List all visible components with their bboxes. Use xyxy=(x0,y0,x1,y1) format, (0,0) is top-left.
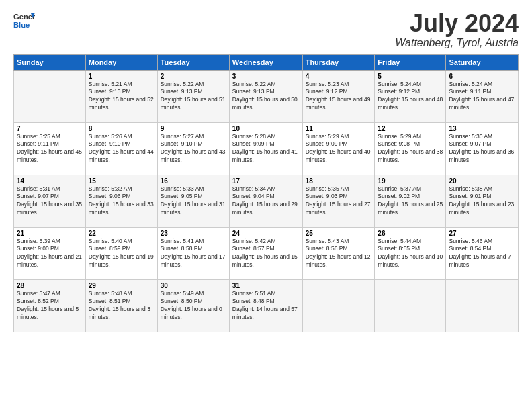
day-info: Sunrise: 5:43 AM Sunset: 8:56 PM Dayligh… xyxy=(306,238,372,270)
table-row: 11 Sunrise: 5:29 AM Sunset: 9:09 PM Dayl… xyxy=(302,122,375,175)
table-row: 9 Sunrise: 5:27 AM Sunset: 9:10 PM Dayli… xyxy=(157,122,229,175)
sunrise-text: Sunrise: 5:26 AM xyxy=(89,133,132,140)
day-info: Sunrise: 5:51 AM Sunset: 8:48 PM Dayligh… xyxy=(232,290,300,322)
day-info: Sunrise: 5:31 AM Sunset: 9:07 PM Dayligh… xyxy=(17,185,83,218)
sunset-text: Sunset: 8:55 PM xyxy=(378,245,420,252)
day-info: Sunrise: 5:48 AM Sunset: 8:51 PM Dayligh… xyxy=(89,290,154,322)
calendar-page: General Blue July 2024 Wattenberg, Tyrol… xyxy=(0,0,532,411)
sunset-text: Sunset: 9:11 PM xyxy=(449,88,491,95)
table-row xyxy=(375,279,446,332)
daylight-text: Daylight: 15 hours and 36 minutes. xyxy=(449,148,514,163)
table-row: 7 Sunrise: 5:25 AM Sunset: 9:11 PM Dayli… xyxy=(14,122,86,175)
table-row: 25 Sunrise: 5:43 AM Sunset: 8:56 PM Dayl… xyxy=(302,227,375,279)
daylight-text: Daylight: 15 hours and 10 minutes. xyxy=(378,253,443,268)
page-header: General Blue July 2024 Wattenberg, Tyrol… xyxy=(13,10,519,49)
table-row xyxy=(446,279,519,332)
sunset-text: Sunset: 9:00 PM xyxy=(17,245,59,252)
sunset-text: Sunset: 9:09 PM xyxy=(232,140,275,147)
day-info: Sunrise: 5:25 AM Sunset: 9:11 PM Dayligh… xyxy=(17,133,83,165)
daylight-text: Daylight: 15 hours and 27 minutes. xyxy=(306,201,371,216)
table-row: 30 Sunrise: 5:49 AM Sunset: 8:50 PM Dayl… xyxy=(157,279,229,332)
sunset-text: Sunset: 9:10 PM xyxy=(161,140,203,147)
table-row: 28 Sunrise: 5:47 AM Sunset: 8:52 PM Dayl… xyxy=(14,279,86,332)
sunrise-text: Sunrise: 5:47 AM xyxy=(17,290,60,297)
day-number: 29 xyxy=(89,282,154,289)
day-info: Sunrise: 5:24 AM Sunset: 9:11 PM Dayligh… xyxy=(449,81,515,113)
day-info: Sunrise: 5:30 AM Sunset: 9:07 PM Dayligh… xyxy=(449,133,515,165)
table-row: 16 Sunrise: 5:33 AM Sunset: 9:05 PM Dayl… xyxy=(157,175,229,227)
sunrise-text: Sunrise: 5:51 AM xyxy=(232,290,276,297)
daylight-text: Daylight: 15 hours and 52 minutes. xyxy=(89,96,154,111)
title-block: July 2024 Wattenberg, Tyrol, Austria xyxy=(395,10,519,49)
day-number: 30 xyxy=(161,282,226,289)
day-info: Sunrise: 5:29 AM Sunset: 9:08 PM Dayligh… xyxy=(378,133,443,165)
sunset-text: Sunset: 9:06 PM xyxy=(89,193,131,199)
daylight-text: Daylight: 15 hours and 47 minutes. xyxy=(449,96,514,111)
daylight-text: Daylight: 15 hours and 49 minutes. xyxy=(306,96,371,111)
day-number: 26 xyxy=(378,230,443,237)
col-monday: Monday xyxy=(85,54,157,70)
day-number: 18 xyxy=(306,177,372,185)
month-year-title: July 2024 xyxy=(395,10,519,37)
sunrise-text: Sunrise: 5:40 AM xyxy=(89,238,132,244)
daylight-text: Daylight: 15 hours and 3 minutes. xyxy=(89,306,150,320)
table-row: 26 Sunrise: 5:44 AM Sunset: 8:55 PM Dayl… xyxy=(375,227,446,279)
sunset-text: Sunset: 9:03 PM xyxy=(306,193,348,199)
daylight-text: Daylight: 15 hours and 0 minutes. xyxy=(161,306,222,320)
sunset-text: Sunset: 8:57 PM xyxy=(232,245,275,252)
day-number: 31 xyxy=(232,282,300,289)
table-row xyxy=(14,70,86,122)
day-info: Sunrise: 5:42 AM Sunset: 8:57 PM Dayligh… xyxy=(232,238,300,270)
day-info: Sunrise: 5:38 AM Sunset: 9:01 PM Dayligh… xyxy=(449,185,515,218)
calendar-week-row: 7 Sunrise: 5:25 AM Sunset: 9:11 PM Dayli… xyxy=(14,122,519,175)
day-number: 7 xyxy=(17,125,83,132)
sunrise-text: Sunrise: 5:22 AM xyxy=(232,81,276,87)
sunset-text: Sunset: 8:48 PM xyxy=(232,298,275,304)
day-number: 24 xyxy=(232,230,300,237)
daylight-text: Daylight: 15 hours and 29 minutes. xyxy=(232,201,298,216)
day-info: Sunrise: 5:49 AM Sunset: 8:50 PM Dayligh… xyxy=(161,290,226,322)
table-row: 22 Sunrise: 5:40 AM Sunset: 8:59 PM Dayl… xyxy=(85,227,157,279)
col-friday: Friday xyxy=(375,54,446,70)
daylight-text: Daylight: 15 hours and 15 minutes. xyxy=(232,253,298,268)
daylight-text: Daylight: 15 hours and 25 minutes. xyxy=(378,201,443,216)
day-info: Sunrise: 5:26 AM Sunset: 9:10 PM Dayligh… xyxy=(89,133,154,165)
day-info: Sunrise: 5:29 AM Sunset: 9:09 PM Dayligh… xyxy=(306,133,372,165)
day-number: 8 xyxy=(89,125,154,132)
sunrise-text: Sunrise: 5:25 AM xyxy=(17,133,60,140)
day-info: Sunrise: 5:27 AM Sunset: 9:10 PM Dayligh… xyxy=(161,133,226,165)
sunset-text: Sunset: 9:07 PM xyxy=(449,140,491,147)
sunrise-text: Sunrise: 5:22 AM xyxy=(161,81,204,87)
calendar-week-row: 14 Sunrise: 5:31 AM Sunset: 9:07 PM Dayl… xyxy=(14,175,519,227)
daylight-text: Daylight: 15 hours and 43 minutes. xyxy=(161,148,226,163)
sunset-text: Sunset: 9:01 PM xyxy=(449,193,491,199)
table-row: 21 Sunrise: 5:39 AM Sunset: 9:00 PM Dayl… xyxy=(14,227,86,279)
daylight-text: Daylight: 15 hours and 51 minutes. xyxy=(161,96,226,111)
calendar-week-row: 28 Sunrise: 5:47 AM Sunset: 8:52 PM Dayl… xyxy=(14,279,519,332)
day-number: 25 xyxy=(306,230,372,237)
table-row: 10 Sunrise: 5:28 AM Sunset: 9:09 PM Dayl… xyxy=(229,122,302,175)
table-row: 24 Sunrise: 5:42 AM Sunset: 8:57 PM Dayl… xyxy=(229,227,302,279)
day-number: 1 xyxy=(89,73,154,80)
daylight-text: Daylight: 15 hours and 19 minutes. xyxy=(89,253,154,268)
sunrise-text: Sunrise: 5:28 AM xyxy=(232,133,276,140)
day-number: 11 xyxy=(306,125,372,132)
sunset-text: Sunset: 8:56 PM xyxy=(306,245,348,252)
sunset-text: Sunset: 9:13 PM xyxy=(232,88,275,95)
calendar-table: Sunday Monday Tuesday Wednesday Thursday… xyxy=(13,54,519,332)
sunset-text: Sunset: 9:12 PM xyxy=(378,88,420,95)
sunset-text: Sunset: 9:04 PM xyxy=(232,193,275,199)
sunrise-text: Sunrise: 5:49 AM xyxy=(161,290,204,297)
sunrise-text: Sunrise: 5:34 AM xyxy=(232,185,276,192)
sunset-text: Sunset: 8:50 PM xyxy=(161,298,203,304)
day-info: Sunrise: 5:47 AM Sunset: 8:52 PM Dayligh… xyxy=(17,290,83,322)
sunrise-text: Sunrise: 5:41 AM xyxy=(161,238,204,244)
sunrise-text: Sunrise: 5:24 AM xyxy=(378,81,421,87)
daylight-text: Daylight: 15 hours and 38 minutes. xyxy=(378,148,443,163)
table-row: 14 Sunrise: 5:31 AM Sunset: 9:07 PM Dayl… xyxy=(14,175,86,227)
sunrise-text: Sunrise: 5:23 AM xyxy=(306,81,349,87)
sunset-text: Sunset: 9:09 PM xyxy=(306,140,348,147)
daylight-text: Daylight: 15 hours and 12 minutes. xyxy=(306,253,371,268)
sunset-text: Sunset: 8:51 PM xyxy=(89,298,131,304)
sunset-text: Sunset: 9:13 PM xyxy=(161,88,203,95)
